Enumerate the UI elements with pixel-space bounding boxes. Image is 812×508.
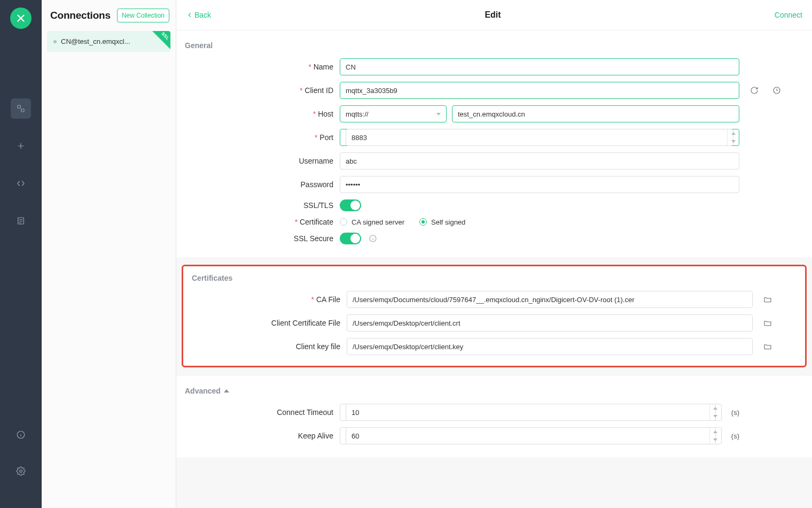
- new-collection-button[interactable]: New Collection: [117, 9, 169, 22]
- certificates-heading: Certificates: [183, 266, 805, 288]
- keep-alive-step-up[interactable]: [710, 428, 721, 436]
- port-step-down[interactable]: [728, 137, 739, 145]
- connections-sidebar: Connections New Collection CN@test_cn.em…: [42, 0, 176, 508]
- port-input[interactable]: [340, 129, 739, 146]
- svg-rect-0: [18, 105, 20, 108]
- name-input[interactable]: [340, 58, 739, 75]
- topbar: Back Edit Connect: [176, 0, 812, 30]
- connect-timeout-unit: (s): [731, 409, 739, 417]
- ssl-tls-label: SSL/TLS: [185, 201, 340, 210]
- folder-open-icon: [763, 319, 772, 327]
- form-scroll[interactable]: General Name Client ID: [176, 30, 812, 508]
- client-cert-input[interactable]: [347, 314, 753, 332]
- back-label: Back: [194, 11, 211, 19]
- clock-icon: [772, 86, 781, 95]
- client-key-label: Client key file: [192, 342, 347, 351]
- main-panel: Back Edit Connect General Name Client ID: [176, 0, 812, 508]
- nav-about[interactable]: [11, 425, 31, 445]
- client-cert-browse-button[interactable]: [762, 318, 773, 328]
- client-id-input[interactable]: [340, 82, 739, 99]
- client-key-input[interactable]: [347, 338, 753, 355]
- refresh-client-id-button[interactable]: [749, 85, 760, 96]
- nav-log[interactable]: [11, 211, 31, 231]
- name-label: Name: [185, 63, 340, 71]
- host-label: Host: [185, 110, 340, 118]
- ssl-secure-info-icon[interactable]: [369, 234, 377, 243]
- host-input[interactable]: [452, 105, 739, 122]
- cert-ca-signed-radio[interactable]: CA signed server: [340, 218, 404, 226]
- cert-self-signed-label: Self signed: [431, 218, 465, 226]
- triangle-down-icon: [713, 438, 717, 441]
- refresh-icon: [750, 86, 759, 95]
- connect-timeout-step-down[interactable]: [710, 412, 721, 420]
- username-input[interactable]: [340, 152, 739, 170]
- general-section: General Name Client ID: [176, 30, 812, 257]
- connection-status-dot: [53, 40, 57, 43]
- ca-file-browse-button[interactable]: [762, 294, 773, 305]
- cert-self-signed-radio[interactable]: Self signed: [419, 218, 465, 226]
- back-button[interactable]: Back: [186, 11, 211, 19]
- keep-alive-value[interactable]: [346, 427, 716, 444]
- ssl-secure-label: SSL Secure: [185, 234, 340, 243]
- nav-settings[interactable]: [11, 461, 31, 481]
- cert-ca-signed-label: CA signed server: [352, 218, 404, 226]
- ca-file-label: CA File: [192, 295, 347, 304]
- advanced-heading-toggle[interactable]: Advanced: [176, 376, 812, 401]
- chevron-down-icon: [436, 113, 441, 116]
- keep-alive-label: Keep Alive: [185, 432, 340, 440]
- port-value[interactable]: [346, 129, 733, 146]
- nav-script[interactable]: [11, 173, 31, 194]
- svg-rect-1: [21, 109, 24, 112]
- certificates-section: Certificates CA File Client Certificate …: [182, 265, 807, 367]
- general-heading: General: [176, 30, 812, 55]
- port-step-up[interactable]: [728, 129, 739, 137]
- chevron-up-icon: [224, 389, 229, 392]
- scheme-select[interactable]: mqtts://: [340, 105, 447, 122]
- ssl-tls-toggle[interactable]: [340, 199, 361, 211]
- triangle-up-icon: [713, 407, 717, 410]
- connect-timeout-input[interactable]: [340, 404, 722, 421]
- username-label: Username: [185, 157, 340, 165]
- client-cert-label: Client Certificate File: [192, 319, 347, 327]
- sidebar-title: Connections: [50, 10, 111, 21]
- keep-alive-unit: (s): [731, 432, 739, 440]
- page-title: Edit: [485, 10, 501, 20]
- ssl-secure-toggle[interactable]: [340, 233, 361, 244]
- svg-point-4: [20, 470, 22, 473]
- port-label: Port: [185, 133, 340, 142]
- keep-alive-input[interactable]: [340, 427, 722, 444]
- nav-rail: [0, 0, 42, 508]
- connect-button[interactable]: Connect: [775, 11, 802, 19]
- certificate-label: Certificate: [185, 218, 340, 226]
- folder-open-icon: [763, 342, 772, 351]
- triangle-down-icon: [713, 415, 717, 418]
- nav-connections[interactable]: [11, 98, 31, 119]
- scheme-value: mqtts://: [346, 110, 369, 118]
- advanced-heading: Advanced: [185, 387, 221, 395]
- chevron-left-icon: [186, 11, 193, 19]
- advanced-section: Advanced Connect Timeout (s): [176, 376, 812, 457]
- password-label: Password: [185, 180, 340, 189]
- client-id-label: Client ID: [185, 86, 340, 95]
- nav-new[interactable]: [11, 136, 31, 156]
- client-key-browse-button[interactable]: [762, 341, 773, 352]
- password-input[interactable]: [340, 176, 739, 193]
- triangle-up-icon: [731, 132, 736, 135]
- connection-name: CN@test_cn.emqxcl...: [61, 37, 130, 45]
- keep-alive-step-down[interactable]: [710, 436, 721, 444]
- connect-timeout-value[interactable]: [346, 404, 716, 421]
- triangle-down-icon: [731, 140, 736, 143]
- connect-timeout-label: Connect Timeout: [185, 408, 340, 417]
- triangle-up-icon: [713, 430, 717, 433]
- ca-file-input[interactable]: [347, 291, 753, 308]
- folder-open-icon: [763, 295, 772, 304]
- connection-item[interactable]: CN@test_cn.emqxcl... SSL: [47, 31, 170, 52]
- connect-timeout-step-up[interactable]: [710, 404, 721, 412]
- app-logo: [10, 7, 32, 29]
- timestamp-client-id-button[interactable]: [771, 85, 782, 96]
